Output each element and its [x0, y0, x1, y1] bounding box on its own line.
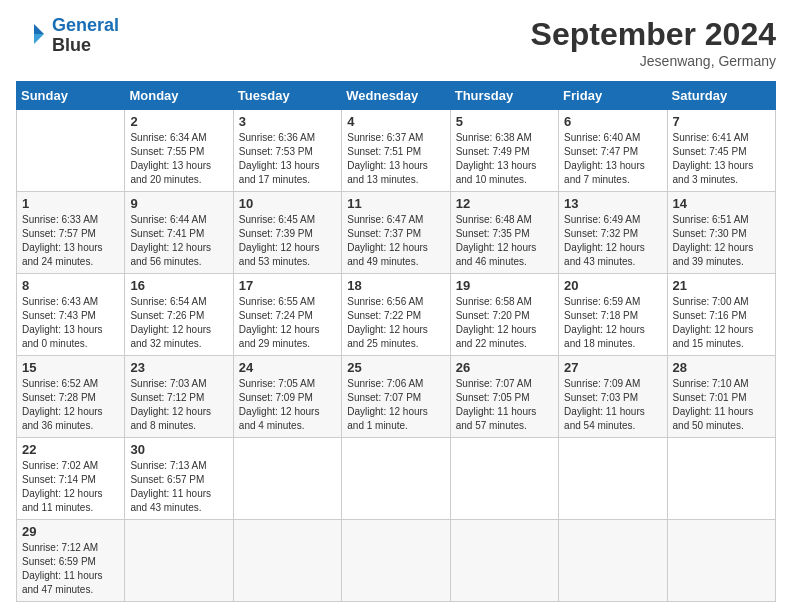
sunset-text: Sunset: 7:01 PM — [673, 392, 747, 403]
day-number: 26 — [456, 360, 553, 375]
sunrise-text: Sunrise: 7:07 AM — [456, 378, 532, 389]
sunrise-text: Sunrise: 6:55 AM — [239, 296, 315, 307]
calendar-cell: 1 Sunrise: 6:33 AM Sunset: 7:57 PM Dayli… — [17, 192, 125, 274]
day-info: Sunrise: 7:07 AM Sunset: 7:05 PM Dayligh… — [456, 377, 553, 433]
sunrise-text: Sunrise: 6:37 AM — [347, 132, 423, 143]
sunset-text: Sunset: 7:55 PM — [130, 146, 204, 157]
calendar-cell: 24 Sunrise: 7:05 AM Sunset: 7:09 PM Dayl… — [233, 356, 341, 438]
day-info: Sunrise: 6:54 AM Sunset: 7:26 PM Dayligh… — [130, 295, 227, 351]
calendar-cell: 17 Sunrise: 6:55 AM Sunset: 7:24 PM Dayl… — [233, 274, 341, 356]
sunset-text: Sunset: 6:59 PM — [22, 556, 96, 567]
calendar-cell — [342, 520, 450, 602]
calendar-cell: 16 Sunrise: 6:54 AM Sunset: 7:26 PM Dayl… — [125, 274, 233, 356]
calendar-cell: 22 Sunrise: 7:02 AM Sunset: 7:14 PM Dayl… — [17, 438, 125, 520]
sunrise-text: Sunrise: 6:33 AM — [22, 214, 98, 225]
calendar-cell — [450, 520, 558, 602]
calendar-week-row: 2 Sunrise: 6:34 AM Sunset: 7:55 PM Dayli… — [17, 110, 776, 192]
daylight-text: Daylight: 11 hours and 43 minutes. — [130, 488, 211, 513]
day-info: Sunrise: 6:59 AM Sunset: 7:18 PM Dayligh… — [564, 295, 661, 351]
daylight-text: Daylight: 12 hours and 22 minutes. — [456, 324, 537, 349]
sunrise-text: Sunrise: 6:56 AM — [347, 296, 423, 307]
day-info: Sunrise: 7:06 AM Sunset: 7:07 PM Dayligh… — [347, 377, 444, 433]
day-number: 6 — [564, 114, 661, 129]
day-number: 2 — [130, 114, 227, 129]
calendar-cell: 23 Sunrise: 7:03 AM Sunset: 7:12 PM Dayl… — [125, 356, 233, 438]
calendar-cell: 9 Sunrise: 6:44 AM Sunset: 7:41 PM Dayli… — [125, 192, 233, 274]
day-info: Sunrise: 6:43 AM Sunset: 7:43 PM Dayligh… — [22, 295, 119, 351]
calendar-cell — [17, 110, 125, 192]
day-info: Sunrise: 6:49 AM Sunset: 7:32 PM Dayligh… — [564, 213, 661, 269]
calendar-cell: 30 Sunrise: 7:13 AM Sunset: 6:57 PM Dayl… — [125, 438, 233, 520]
day-number: 4 — [347, 114, 444, 129]
calendar-cell — [667, 520, 775, 602]
logo-icon — [16, 20, 48, 52]
day-number: 21 — [673, 278, 770, 293]
calendar-cell: 25 Sunrise: 7:06 AM Sunset: 7:07 PM Dayl… — [342, 356, 450, 438]
day-number: 19 — [456, 278, 553, 293]
day-number: 27 — [564, 360, 661, 375]
sunrise-text: Sunrise: 6:34 AM — [130, 132, 206, 143]
calendar-cell — [125, 520, 233, 602]
sunset-text: Sunset: 7:14 PM — [22, 474, 96, 485]
calendar-week-row: 8 Sunrise: 6:43 AM Sunset: 7:43 PM Dayli… — [17, 274, 776, 356]
day-number: 8 — [22, 278, 119, 293]
sunset-text: Sunset: 7:09 PM — [239, 392, 313, 403]
day-number: 25 — [347, 360, 444, 375]
day-number: 28 — [673, 360, 770, 375]
sunrise-text: Sunrise: 7:02 AM — [22, 460, 98, 471]
sunset-text: Sunset: 7:20 PM — [456, 310, 530, 321]
sunrise-text: Sunrise: 7:13 AM — [130, 460, 206, 471]
calendar-week-row: 15 Sunrise: 6:52 AM Sunset: 7:28 PM Dayl… — [17, 356, 776, 438]
day-info: Sunrise: 7:10 AM Sunset: 7:01 PM Dayligh… — [673, 377, 770, 433]
day-info: Sunrise: 6:55 AM Sunset: 7:24 PM Dayligh… — [239, 295, 336, 351]
day-info: Sunrise: 7:12 AM Sunset: 6:59 PM Dayligh… — [22, 541, 119, 597]
sunrise-text: Sunrise: 6:52 AM — [22, 378, 98, 389]
sunset-text: Sunset: 7:51 PM — [347, 146, 421, 157]
calendar-week-row: 22 Sunrise: 7:02 AM Sunset: 7:14 PM Dayl… — [17, 438, 776, 520]
calendar-cell — [233, 438, 341, 520]
sunset-text: Sunset: 7:24 PM — [239, 310, 313, 321]
daylight-text: Daylight: 12 hours and 46 minutes. — [456, 242, 537, 267]
col-thursday: Thursday — [450, 82, 558, 110]
day-number: 20 — [564, 278, 661, 293]
day-number: 16 — [130, 278, 227, 293]
calendar-cell: 10 Sunrise: 6:45 AM Sunset: 7:39 PM Dayl… — [233, 192, 341, 274]
sunset-text: Sunset: 7:47 PM — [564, 146, 638, 157]
daylight-text: Daylight: 11 hours and 54 minutes. — [564, 406, 645, 431]
calendar-cell: 13 Sunrise: 6:49 AM Sunset: 7:32 PM Dayl… — [559, 192, 667, 274]
col-sunday: Sunday — [17, 82, 125, 110]
calendar-cell: 8 Sunrise: 6:43 AM Sunset: 7:43 PM Dayli… — [17, 274, 125, 356]
day-number: 14 — [673, 196, 770, 211]
sunrise-text: Sunrise: 7:03 AM — [130, 378, 206, 389]
sunset-text: Sunset: 7:49 PM — [456, 146, 530, 157]
logo: GeneralBlue — [16, 16, 119, 56]
daylight-text: Daylight: 12 hours and 15 minutes. — [673, 324, 754, 349]
sunrise-text: Sunrise: 7:06 AM — [347, 378, 423, 389]
calendar-table: Sunday Monday Tuesday Wednesday Thursday… — [16, 81, 776, 602]
page-header: GeneralBlue September 2024 Jesenwang, Ge… — [16, 16, 776, 69]
daylight-text: Daylight: 11 hours and 57 minutes. — [456, 406, 537, 431]
daylight-text: Daylight: 12 hours and 36 minutes. — [22, 406, 103, 431]
sunrise-text: Sunrise: 6:44 AM — [130, 214, 206, 225]
calendar-cell: 4 Sunrise: 6:37 AM Sunset: 7:51 PM Dayli… — [342, 110, 450, 192]
sunset-text: Sunset: 7:32 PM — [564, 228, 638, 239]
day-info: Sunrise: 6:58 AM Sunset: 7:20 PM Dayligh… — [456, 295, 553, 351]
day-info: Sunrise: 6:33 AM Sunset: 7:57 PM Dayligh… — [22, 213, 119, 269]
sunrise-text: Sunrise: 6:54 AM — [130, 296, 206, 307]
calendar-week-row: 1 Sunrise: 6:33 AM Sunset: 7:57 PM Dayli… — [17, 192, 776, 274]
daylight-text: Daylight: 12 hours and 11 minutes. — [22, 488, 103, 513]
sunset-text: Sunset: 7:39 PM — [239, 228, 313, 239]
sunset-text: Sunset: 7:30 PM — [673, 228, 747, 239]
day-info: Sunrise: 6:47 AM Sunset: 7:37 PM Dayligh… — [347, 213, 444, 269]
day-info: Sunrise: 7:13 AM Sunset: 6:57 PM Dayligh… — [130, 459, 227, 515]
sunrise-text: Sunrise: 6:40 AM — [564, 132, 640, 143]
day-number: 23 — [130, 360, 227, 375]
sunset-text: Sunset: 7:05 PM — [456, 392, 530, 403]
day-info: Sunrise: 6:40 AM Sunset: 7:47 PM Dayligh… — [564, 131, 661, 187]
day-info: Sunrise: 7:03 AM Sunset: 7:12 PM Dayligh… — [130, 377, 227, 433]
sunset-text: Sunset: 7:18 PM — [564, 310, 638, 321]
sunrise-text: Sunrise: 6:45 AM — [239, 214, 315, 225]
sunrise-text: Sunrise: 6:43 AM — [22, 296, 98, 307]
sunset-text: Sunset: 7:16 PM — [673, 310, 747, 321]
daylight-text: Daylight: 13 hours and 10 minutes. — [456, 160, 537, 185]
